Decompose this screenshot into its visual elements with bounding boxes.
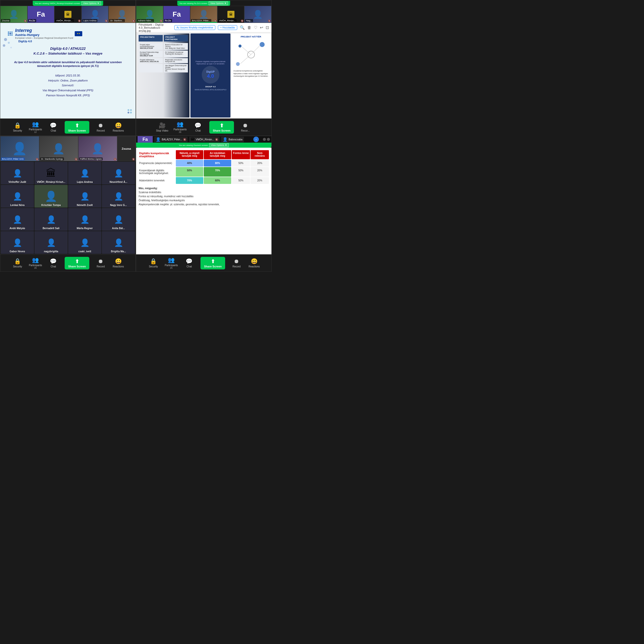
slide-org2: Pannon Novum Nonprofit Kft. (PP3) xyxy=(8,93,128,98)
reactions-label-4: Reactions xyxy=(249,265,260,268)
photo-title: Fényképek – DigiUp 4.0_Bemutatkozó anyag… xyxy=(139,23,172,32)
td-col3-3: 50% xyxy=(232,177,250,184)
toolbar-chat-2[interactable]: 💬 Chat xyxy=(192,122,204,132)
banner-text-top-right: You are viewing Fa Zo's screen xyxy=(179,2,207,5)
gallery-cell-ando[interactable]: 👤 Andó Mátyás xyxy=(1,208,34,231)
add-btn[interactable]: + Hozzáadás xyxy=(218,25,237,30)
toolbar-chat-3[interactable]: 💬 Chat xyxy=(47,258,60,268)
wtb-balazsy[interactable]: 👤 BALÁZSY, Péter... 🔇 xyxy=(154,137,188,142)
view-all-btn[interactable]: Az összes fénykép megtekintése xyxy=(174,25,216,30)
digiup-panel-title: Fiatalok digitális kompetenciáinak fejle… xyxy=(193,60,228,65)
gallery-cell-nagy[interactable]: 👤 Nagy Imre G... xyxy=(102,185,135,208)
bottom-dots xyxy=(128,109,132,113)
toolbar-participants-4[interactable]: 👥 Participants 25 xyxy=(165,257,178,269)
search-icon[interactable]: 🔍 xyxy=(240,25,245,30)
view-options-btn-br[interactable]: View Options ▼ xyxy=(209,143,229,147)
trash-icon[interactable]: 🗑 xyxy=(247,25,251,30)
share-screen-btn-1[interactable]: ⬆ Share Screen xyxy=(65,121,89,134)
toolbar-participants-3[interactable]: 👥 Participants 26 xyxy=(29,257,42,269)
crop-icon[interactable]: ⊡ xyxy=(266,25,269,30)
toolbar-share-4[interactable]: ⬆ Share Screen xyxy=(200,257,225,269)
toolbar-share-3[interactable]: ⬆ Share Screen xyxy=(65,257,89,269)
person-icon-csaki: 👤 xyxy=(80,238,90,247)
gallery-cell-neuvirthne[interactable]: 👤 Neuvirthné Á... xyxy=(102,162,135,184)
maximize-btn[interactable] xyxy=(267,138,270,141)
name-lajos2: Lajos Andrea xyxy=(77,181,93,183)
toolbar-chat-1[interactable]: 💬 Chat xyxy=(47,122,60,132)
participant-name-vmoh2: VMÖH_Rimán... xyxy=(218,19,237,22)
next-participants-btn[interactable]: › xyxy=(253,137,259,142)
person-icon-lenkai: 👤 xyxy=(13,192,22,201)
dot-s3 xyxy=(11,31,13,33)
name-nemeth: Németh Zsolt xyxy=(77,204,93,207)
participant-thumb-balazsy[interactable]: 👤 BALÁZSY, Péter... 🔇 xyxy=(190,6,217,23)
gallery-cell-bernadett[interactable]: 👤 Bernadett Sali xyxy=(34,208,68,231)
record-label-1: Record xyxy=(97,129,105,132)
toolbar-stop-video-2[interactable]: 🎥 Stop Video xyxy=(156,122,169,132)
toolbar-share-1[interactable]: ⬆ Share Screen xyxy=(65,121,89,134)
participant-thumb-zsuzsa2[interactable]: Zsuzsa 🔇 xyxy=(117,136,136,161)
view-options-btn-top-left[interactable]: View Options ▼ xyxy=(82,1,101,5)
view-options-btn-top-right[interactable]: View Options ▼ xyxy=(209,1,228,5)
participant-thumb-zsuzsa[interactable]: 👤 Zsuzsa 🔇 xyxy=(0,6,27,23)
toolbar-reactions-4[interactable]: 😀 Reactions xyxy=(248,258,260,268)
toolbar-record-2[interactable]: ⏺ Recor... xyxy=(239,122,252,132)
toolbar-record-4[interactable]: ⏺ Record xyxy=(230,258,243,268)
gallery-cell-kristzian[interactable]: 👤 Krisztián Tompa xyxy=(34,185,68,208)
svg-line-1 xyxy=(240,55,251,64)
eu-flag: ★★ xyxy=(75,31,82,36)
mic-icon-wtb-vmoh: 🔇 xyxy=(215,138,218,141)
participant-thumb-palffne[interactable]: 👤 Pálffné Böröcz Ágnes 🔇 xyxy=(78,136,117,161)
participants-count-2: 26 xyxy=(179,131,181,133)
wtb-baboscsaba[interactable]: 👤 Baboscsaba xyxy=(221,137,244,142)
toolbar-security-4[interactable]: 🔒 Security xyxy=(147,258,160,268)
digiup-text: DigiUP xyxy=(206,70,215,73)
security-label-3: Security xyxy=(13,265,22,268)
toolbar-share-2[interactable]: ⬆ Share Screen xyxy=(209,121,234,134)
coat-icon-2: 🏛 xyxy=(227,11,234,18)
toolbar-participants-1[interactable]: 👥 Participants 12 xyxy=(29,121,42,133)
share-screen-btn-2[interactable]: ⬆ Share Screen xyxy=(209,121,234,134)
share-screen-label-1: Share Screen xyxy=(68,129,86,132)
star-row1 xyxy=(8,31,13,33)
gallery-cell-marta[interactable]: 👤 Márta Regner xyxy=(68,208,101,231)
gallery-cell-nagybrigitta[interactable]: 👤 nagybrigitta xyxy=(34,231,68,254)
toolbar-security-3[interactable]: 🔒 Security xyxy=(11,258,24,268)
participant-thumb-vmoh1[interactable]: 🏛 VMÖH_Rimán... 🔇 xyxy=(54,6,82,23)
dot-4 xyxy=(10,47,12,48)
undo-icon[interactable]: ↩ xyxy=(260,25,263,30)
toolbar-participants-2[interactable]: 👥 Participants 26 xyxy=(174,121,187,133)
gallery-cell-vinhoffer[interactable]: 👤 Vinhoffer Judit xyxy=(1,162,34,184)
participant-thumb-adrienn[interactable]: 👤 Adrienn Ném... 🔇 xyxy=(136,6,163,23)
toolbar-record-1[interactable]: ⏺ Record xyxy=(94,122,107,132)
toolbar-reactions-1[interactable]: 😀 Reactions xyxy=(112,122,125,132)
participant-thumb-vmoh2[interactable]: 🏛 VMÖH_Rimán... 🔇 xyxy=(217,6,245,23)
share-screen-btn-4[interactable]: ⬆ Share Screen xyxy=(200,257,225,269)
share-screen-label-4: Share Screen xyxy=(204,265,222,268)
gallery-cell-gabor[interactable]: 👤 Gabor Heves xyxy=(1,231,34,254)
participant-thumb-stankovits[interactable]: 👤 Dr. Stankovits György 🔇 xyxy=(39,136,78,161)
gallery-cell-lajos2[interactable]: 👤 Lajos Andrea xyxy=(68,162,101,184)
gallery-cell-brigitta[interactable]: 👤 Brigitta Ma... xyxy=(102,231,135,254)
wtb-vmoh-br[interactable]: 🏛 VMÖH_Rimán... 🔇 xyxy=(189,137,220,142)
participant-thumb-lajos[interactable]: 👤 Lajos Andrea 🔇 xyxy=(82,6,109,23)
toolbar-record-3[interactable]: ⏺ Record xyxy=(94,258,107,268)
name-neuvirthne: Neuvirthné Á... xyxy=(110,181,128,183)
heart-icon[interactable]: ♡ xyxy=(254,25,257,30)
toolbar-reactions-3[interactable]: 😀 Reactions xyxy=(112,258,125,268)
gallery-cell-nemeth[interactable]: 👤 Németh Zsolt xyxy=(68,185,101,208)
participant-thumb-nag[interactable]: 👤 Nag... 🔇 xyxy=(244,6,271,23)
participant-thumb-balazsy2[interactable]: 👤 BALÁZSY, Péter VAS 🔇 xyxy=(0,136,39,161)
participant-thumb-stankov[interactable]: 👤 Dr. Stankov... 🔇 xyxy=(108,6,136,23)
participant-thumb-fazo2[interactable]: Fa Fa Zo xyxy=(163,6,190,23)
minimize-btn[interactable] xyxy=(263,138,266,141)
security-label-1: Security xyxy=(13,129,22,132)
gallery-cell-anita[interactable]: 👤 Anita Bál... xyxy=(102,208,135,231)
participant-thumb-fazo1[interactable]: Fa Fa Zo xyxy=(27,6,55,23)
share-screen-btn-3[interactable]: ⬆ Share Screen xyxy=(65,257,89,269)
toolbar-security-1[interactable]: 🔒 Security xyxy=(11,122,24,132)
gallery-cell-lenkai[interactable]: 👤 Lenkai Nóra xyxy=(1,185,34,208)
toolbar-chat-4[interactable]: 💬 Chat xyxy=(183,258,195,268)
gallery-cell-csaki[interactable]: 👤 csaki_ivett xyxy=(68,231,101,254)
gallery-cell-vmoh-coat[interactable]: 🏛 VMÖH_Rimányi Kriszt... xyxy=(34,162,68,184)
